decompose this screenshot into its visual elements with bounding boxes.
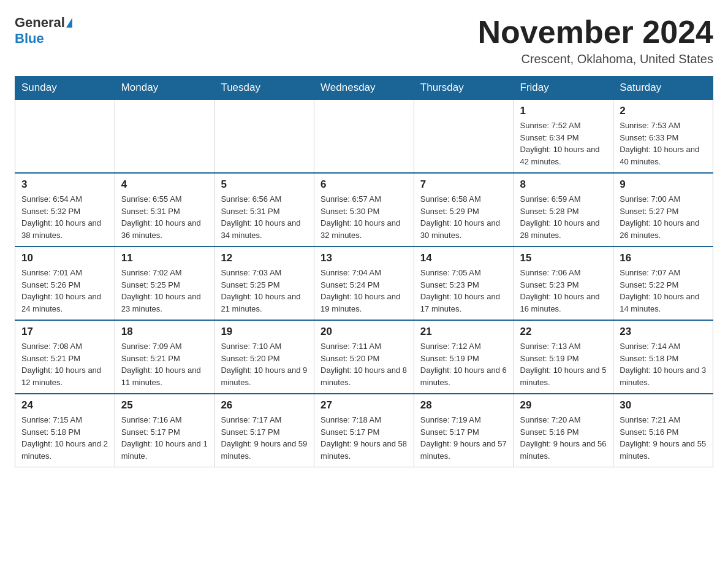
day-number: 24	[21, 399, 108, 412]
calendar-cell-14: 14Sunrise: 7:05 AMSunset: 5:23 PMDayligh…	[414, 247, 514, 320]
calendar-cell-12: 12Sunrise: 7:03 AMSunset: 5:25 PMDayligh…	[214, 247, 314, 320]
week-row-5: 24Sunrise: 7:15 AMSunset: 5:18 PMDayligh…	[15, 394, 713, 467]
calendar-cell-18: 18Sunrise: 7:09 AMSunset: 5:21 PMDayligh…	[115, 320, 214, 394]
calendar-cell-24: 24Sunrise: 7:15 AMSunset: 5:18 PMDayligh…	[15, 394, 115, 467]
day-info: Sunrise: 7:08 AMSunset: 5:21 PMDaylight:…	[21, 340, 108, 388]
logo-triangle-icon	[66, 18, 72, 28]
day-info: Sunrise: 7:19 AMSunset: 5:17 PMDaylight:…	[420, 414, 507, 462]
day-number: 14	[420, 252, 507, 264]
day-info: Sunrise: 7:04 AMSunset: 5:24 PMDaylight:…	[320, 267, 408, 315]
day-number: 23	[620, 326, 707, 338]
month-title: November 2024	[478, 15, 713, 50]
calendar-cell-30: 30Sunrise: 7:21 AMSunset: 5:16 PMDayligh…	[613, 394, 713, 467]
day-number: 20	[320, 326, 408, 338]
day-number: 8	[520, 178, 607, 191]
week-row-3: 10Sunrise: 7:01 AMSunset: 5:26 PMDayligh…	[15, 247, 713, 320]
day-number: 28	[420, 399, 507, 412]
day-info: Sunrise: 7:09 AMSunset: 5:21 PMDaylight:…	[121, 340, 208, 388]
logo-blue-text: Blue	[15, 31, 44, 47]
calendar-cell-19: 19Sunrise: 7:10 AMSunset: 5:20 PMDayligh…	[214, 320, 314, 394]
calendar-cell-13: 13Sunrise: 7:04 AMSunset: 5:24 PMDayligh…	[314, 247, 414, 320]
logo: General Blue	[15, 15, 72, 47]
calendar-cell-1: 1Sunrise: 7:52 AMSunset: 6:34 PMDaylight…	[514, 99, 613, 173]
day-number: 9	[620, 178, 707, 191]
calendar-cell-26: 26Sunrise: 7:17 AMSunset: 5:17 PMDayligh…	[214, 394, 314, 467]
calendar-cell-3: 3Sunrise: 6:54 AMSunset: 5:32 PMDaylight…	[15, 173, 115, 247]
day-info: Sunrise: 6:54 AMSunset: 5:32 PMDaylight:…	[21, 193, 108, 241]
day-info: Sunrise: 6:58 AMSunset: 5:29 PMDaylight:…	[420, 193, 507, 241]
calendar-cell-16: 16Sunrise: 7:07 AMSunset: 5:22 PMDayligh…	[613, 247, 713, 320]
day-number: 26	[221, 399, 308, 412]
calendar-cell-27: 27Sunrise: 7:18 AMSunset: 5:17 PMDayligh…	[314, 394, 414, 467]
day-info: Sunrise: 7:05 AMSunset: 5:23 PMDaylight:…	[420, 267, 507, 315]
day-number: 16	[620, 252, 707, 264]
day-number: 17	[21, 326, 108, 338]
calendar-cell-20: 20Sunrise: 7:11 AMSunset: 5:20 PMDayligh…	[314, 320, 414, 394]
calendar-cell-17: 17Sunrise: 7:08 AMSunset: 5:21 PMDayligh…	[15, 320, 115, 394]
day-info: Sunrise: 7:07 AMSunset: 5:22 PMDaylight:…	[620, 267, 707, 315]
calendar-table: SundayMondayTuesdayWednesdayThursdayFrid…	[15, 76, 713, 467]
calendar-cell-10: 10Sunrise: 7:01 AMSunset: 5:26 PMDayligh…	[15, 247, 115, 320]
day-info: Sunrise: 7:10 AMSunset: 5:20 PMDaylight:…	[221, 340, 308, 388]
day-info: Sunrise: 7:17 AMSunset: 5:17 PMDaylight:…	[221, 414, 308, 462]
day-number: 4	[121, 178, 208, 191]
day-info: Sunrise: 7:01 AMSunset: 5:26 PMDaylight:…	[21, 267, 108, 315]
calendar-cell-empty-3	[314, 99, 414, 173]
weekday-header-thursday: Thursday	[414, 77, 514, 100]
week-row-2: 3Sunrise: 6:54 AMSunset: 5:32 PMDaylight…	[15, 173, 713, 247]
day-number: 19	[221, 326, 308, 338]
day-info: Sunrise: 6:57 AMSunset: 5:30 PMDaylight:…	[320, 193, 408, 241]
day-number: 15	[520, 252, 607, 264]
day-number: 1	[520, 105, 607, 117]
day-number: 18	[121, 326, 208, 338]
weekday-header-sunday: Sunday	[15, 77, 115, 100]
day-number: 25	[121, 399, 208, 412]
day-number: 30	[620, 399, 707, 412]
day-number: 5	[221, 178, 308, 191]
location-text: Crescent, Oklahoma, United States	[478, 52, 713, 66]
day-number: 2	[620, 105, 707, 117]
calendar-cell-4: 4Sunrise: 6:55 AMSunset: 5:31 PMDaylight…	[115, 173, 214, 247]
calendar-cell-empty-4	[414, 99, 514, 173]
page-header: General Blue November 2024 Crescent, Okl…	[15, 15, 713, 66]
day-number: 29	[520, 399, 607, 412]
day-info: Sunrise: 7:14 AMSunset: 5:18 PMDaylight:…	[620, 340, 707, 388]
day-number: 7	[420, 178, 507, 191]
calendar-cell-8: 8Sunrise: 6:59 AMSunset: 5:28 PMDaylight…	[514, 173, 613, 247]
calendar-cell-5: 5Sunrise: 6:56 AMSunset: 5:31 PMDaylight…	[214, 173, 314, 247]
day-info: Sunrise: 7:15 AMSunset: 5:18 PMDaylight:…	[21, 414, 108, 462]
day-info: Sunrise: 7:00 AMSunset: 5:27 PMDaylight:…	[620, 193, 707, 241]
day-info: Sunrise: 6:55 AMSunset: 5:31 PMDaylight:…	[121, 193, 208, 241]
calendar-cell-empty-2	[214, 99, 314, 173]
calendar-cell-empty-1	[115, 99, 214, 173]
weekday-header-friday: Friday	[514, 77, 613, 100]
day-info: Sunrise: 7:20 AMSunset: 5:16 PMDaylight:…	[520, 414, 607, 462]
calendar-cell-empty-0	[15, 99, 115, 173]
calendar-cell-6: 6Sunrise: 6:57 AMSunset: 5:30 PMDaylight…	[314, 173, 414, 247]
day-number: 10	[21, 252, 108, 264]
calendar-cell-23: 23Sunrise: 7:14 AMSunset: 5:18 PMDayligh…	[613, 320, 713, 394]
day-info: Sunrise: 7:16 AMSunset: 5:17 PMDaylight:…	[121, 414, 208, 462]
day-number: 22	[520, 326, 607, 338]
logo-general-text: General	[15, 15, 65, 31]
weekday-header-monday: Monday	[115, 77, 214, 100]
day-number: 11	[121, 252, 208, 264]
title-block: November 2024 Crescent, Oklahoma, United…	[478, 15, 713, 66]
calendar-cell-28: 28Sunrise: 7:19 AMSunset: 5:17 PMDayligh…	[414, 394, 514, 467]
calendar-cell-9: 9Sunrise: 7:00 AMSunset: 5:27 PMDaylight…	[613, 173, 713, 247]
week-row-4: 17Sunrise: 7:08 AMSunset: 5:21 PMDayligh…	[15, 320, 713, 394]
day-info: Sunrise: 6:59 AMSunset: 5:28 PMDaylight:…	[520, 193, 607, 241]
day-info: Sunrise: 7:12 AMSunset: 5:19 PMDaylight:…	[420, 340, 507, 388]
weekday-header-wednesday: Wednesday	[314, 77, 414, 100]
day-number: 3	[21, 178, 108, 191]
day-info: Sunrise: 7:13 AMSunset: 5:19 PMDaylight:…	[520, 340, 607, 388]
calendar-cell-15: 15Sunrise: 7:06 AMSunset: 5:23 PMDayligh…	[514, 247, 613, 320]
weekday-header-saturday: Saturday	[613, 77, 713, 100]
day-number: 6	[320, 178, 408, 191]
calendar-cell-2: 2Sunrise: 7:53 AMSunset: 6:33 PMDaylight…	[613, 99, 713, 173]
day-number: 27	[320, 399, 408, 412]
calendar-cell-25: 25Sunrise: 7:16 AMSunset: 5:17 PMDayligh…	[115, 394, 214, 467]
day-info: Sunrise: 7:21 AMSunset: 5:16 PMDaylight:…	[620, 414, 707, 462]
day-number: 21	[420, 326, 507, 338]
calendar-cell-11: 11Sunrise: 7:02 AMSunset: 5:25 PMDayligh…	[115, 247, 214, 320]
